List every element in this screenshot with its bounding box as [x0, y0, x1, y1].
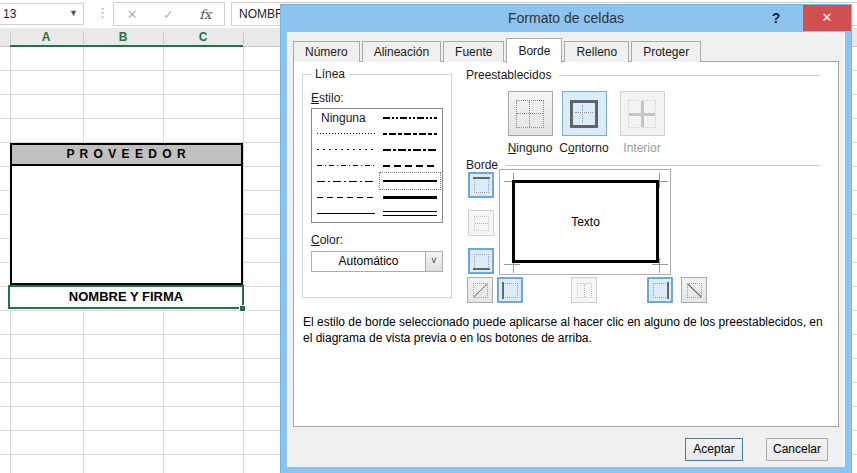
chevron-down-icon[interactable]: ˅ [425, 252, 442, 271]
dot-line-sample [317, 149, 375, 150]
style-option-dot-fine[interactable] [314, 126, 378, 142]
preview-text: Texto [571, 215, 600, 229]
linea-groupbox: Línea Estilo: Ninguna Color: Automático … [302, 74, 452, 298]
border-left-button[interactable] [497, 277, 523, 303]
dialog-body: NúmeroAlineaciónFuenteBordeRellenoProteg… [287, 32, 845, 467]
insert-function-icon[interactable]: fx [199, 7, 211, 22]
border-bottom-icon [474, 254, 489, 269]
style-option-dash-dot-dot-md[interactable] [380, 110, 440, 126]
style-option-solid-thick[interactable] [380, 189, 440, 205]
close-icon[interactable]: ✕ [803, 5, 851, 31]
contorno-preset-icon [570, 100, 598, 128]
slant-dash-md-line-sample [383, 133, 437, 135]
interior-preset-icon [628, 100, 656, 128]
dot-fine-line-sample [317, 133, 375, 134]
tab-borde[interactable]: Borde [506, 38, 562, 63]
border-middle-v-button[interactable] [571, 277, 597, 303]
tab-alineacion[interactable]: Alineación [362, 41, 441, 62]
dash-line-sample [317, 197, 375, 198]
formula-bar-splitter-icon[interactable]: ⋮ [96, 5, 109, 20]
border-bottom-button[interactable] [468, 248, 494, 274]
border-middle-h-icon [474, 216, 489, 231]
column-header-c[interactable]: C [188, 30, 218, 44]
style-option-none[interactable]: Ninguna [314, 110, 378, 126]
name-box[interactable]: 13 ▼ [0, 3, 84, 25]
preset-contorno-label: Contorno [559, 141, 608, 155]
style-option-slant-dash-md[interactable] [380, 126, 440, 142]
cancel-entry-icon[interactable]: ✕ [127, 7, 138, 22]
dash-dot-md-line-sample [383, 149, 437, 151]
confirm-entry-icon[interactable]: ✓ [163, 7, 174, 22]
preset-interior-label: Interior [623, 141, 660, 155]
style-option-solid-md[interactable] [380, 173, 440, 189]
preestablecidos-header: Preestablecidos [466, 68, 820, 82]
solid-thick-line-sample [383, 196, 437, 199]
preset-interior-button [620, 91, 665, 136]
dash-dot-dot-md-line-sample [383, 117, 437, 119]
style-option-solid-thin[interactable] [314, 205, 378, 221]
border-middle-h-button[interactable] [468, 210, 494, 236]
dash-md-line-sample [383, 165, 437, 167]
style-option-dot[interactable] [314, 142, 378, 158]
border-right-button[interactable] [647, 277, 673, 303]
preset-ninguno: Ninguno [500, 91, 560, 155]
style-option-dash-md[interactable] [380, 158, 440, 174]
tab-numero[interactable]: Número [293, 41, 360, 62]
style-option-dash-dot[interactable] [314, 173, 378, 189]
line-style-listbox[interactable]: Ninguna [311, 108, 443, 223]
help-button[interactable]: ? [765, 7, 787, 29]
style-option-dash[interactable] [314, 189, 378, 205]
name-box-dropdown-icon[interactable]: ▼ [69, 8, 78, 18]
color-label: Color: [311, 233, 343, 247]
ninguno-preset-icon [516, 100, 544, 128]
tab-proteger[interactable]: Proteger [631, 41, 701, 62]
tab-relleno[interactable]: Relleno [564, 41, 629, 62]
preset-ninguno-button[interactable] [508, 91, 553, 136]
color-dropdown[interactable]: Automático ˅ [311, 251, 443, 272]
active-cell-nombre-y-firma[interactable]: NOMBRE Y FIRMA [8, 285, 244, 309]
border-diagonal-down-icon [687, 283, 702, 298]
preset-contorno: Contorno [554, 91, 614, 155]
double-line-sample [383, 211, 437, 216]
dash-dot-line-sample [317, 181, 375, 182]
style-option-dash-dot-md[interactable] [380, 142, 440, 158]
format-cells-dialog: Formato de celdas ? ✕ NúmeroAlineaciónFu… [281, 5, 851, 473]
style-option-double[interactable] [380, 205, 440, 221]
border-middle-v-icon [577, 283, 592, 298]
style-list-right [380, 110, 440, 221]
dash-dot-sm-line-sample [317, 165, 375, 166]
border-diagonal-up-icon [473, 283, 488, 298]
signature-box-cell[interactable] [10, 166, 243, 285]
border-diagonal-up-button[interactable] [467, 277, 493, 303]
border-description-text: El estilo de borde seleccionado puede ap… [303, 315, 835, 346]
column-header-b[interactable]: B [108, 30, 138, 44]
name-box-value: 13 [3, 7, 16, 21]
preestablecidos-label: Preestablecidos [466, 68, 551, 82]
estilo-label: Estilo: [311, 91, 344, 105]
borde-tab-panel: Línea Estilo: Ninguna Color: Automático … [293, 61, 839, 427]
fill-handle[interactable] [239, 305, 246, 312]
column-header-a[interactable]: A [31, 30, 61, 44]
preset-ninguno-label: Ninguno [508, 141, 553, 155]
preset-contorno-button[interactable] [562, 91, 607, 136]
style-option-dash-dot-sm[interactable] [314, 158, 378, 174]
formula-buttons: ✕ ✓ fx [113, 2, 225, 26]
preview-border-rectangle[interactable]: Texto [512, 180, 659, 263]
border-diagonal-down-button[interactable] [681, 277, 707, 303]
solid-thin-line-sample [317, 213, 375, 214]
accept-button[interactable]: Aceptar [685, 438, 743, 461]
border-right-icon [653, 283, 668, 298]
tab-fuente[interactable]: Fuente [443, 41, 504, 62]
color-dropdown-value: Automático [312, 252, 425, 271]
linea-legend: Línea [311, 67, 349, 81]
border-preview[interactable]: Texto [499, 169, 671, 275]
border-top-button[interactable] [468, 172, 494, 198]
cancel-button[interactable]: Cancelar [766, 438, 828, 461]
proveedor-header-cell[interactable]: P R O V E E D O R [10, 143, 243, 166]
borde-label: Borde [466, 158, 498, 172]
solid-md-line-sample [383, 180, 437, 182]
style-list-left: Ninguna [314, 110, 378, 221]
border-top-icon [474, 178, 489, 193]
preset-interior: Interior [612, 91, 672, 155]
border-left-icon [503, 283, 518, 298]
